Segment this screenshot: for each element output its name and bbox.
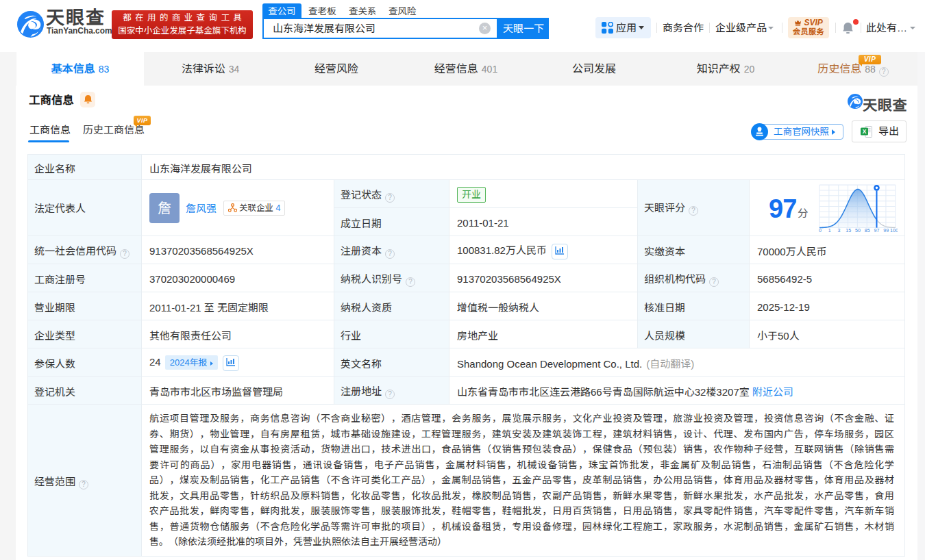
svg-text:X: X: [863, 128, 867, 135]
svg-text:97: 97: [874, 227, 880, 233]
svg-text:3: 3: [838, 227, 841, 233]
svg-text:0: 0: [819, 227, 822, 233]
svg-text:1: 1: [828, 227, 831, 233]
svg-text:99: 99: [883, 227, 889, 233]
svg-text:85: 85: [865, 227, 870, 233]
svg-text:15: 15: [846, 227, 851, 233]
svg-text:100: 100: [890, 227, 898, 233]
svg-text:50: 50: [855, 227, 861, 233]
